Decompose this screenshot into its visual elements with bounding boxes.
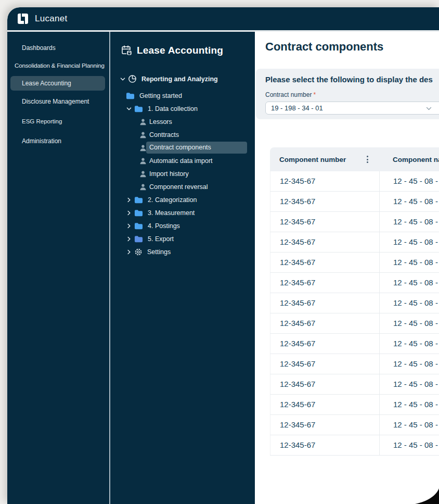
tree-panel: Lease Accounting Reporting and Analyzing xyxy=(110,32,255,504)
table-row[interactable]: 12-345-67 12 - 45 - 08 - xyxy=(270,171,439,192)
tree-item-label: 3. Measurement xyxy=(148,209,195,217)
sidebar-item-lease-accounting[interactable]: Lease Accounting xyxy=(10,76,105,91)
component-number-cell: 12-345-67 xyxy=(270,192,380,211)
person-icon xyxy=(139,157,147,165)
component-name-cell: 12 - 45 - 08 - xyxy=(380,313,439,333)
chevron-right-icon[interactable] xyxy=(126,210,132,216)
tree-item-categorization[interactable]: 2. Categorization xyxy=(110,193,255,206)
table-row[interactable]: 12-345-67 12 - 45 - 08 - xyxy=(270,354,439,374)
person-icon xyxy=(139,144,147,152)
table-row[interactable]: 12-345-67 12 - 45 - 08 - xyxy=(270,334,439,354)
table-row[interactable]: 12-345-67 12 - 45 - 08 - xyxy=(270,192,439,212)
table-row[interactable]: 12-345-67 12 - 45 - 08 - xyxy=(270,374,439,395)
tree-item-postings[interactable]: 4. Postings xyxy=(110,219,255,232)
component-name-cell: 12 - 45 - 08 - xyxy=(380,212,439,232)
column-header-component-name[interactable]: Component na xyxy=(379,147,439,171)
table-row[interactable]: 12-345-67 12 - 45 - 08 - xyxy=(270,313,439,334)
folder-icon xyxy=(134,209,143,217)
calendar-lock-icon xyxy=(121,44,133,56)
folder-icon xyxy=(134,235,143,243)
tree-item-automatic-data-import[interactable]: Automatic data import xyxy=(110,154,255,167)
field-label-text: Contract number xyxy=(265,91,312,98)
tree-item-contract-components[interactable]: Contract components xyxy=(110,141,255,154)
column-header-component-number[interactable]: Component number xyxy=(270,147,379,171)
person-icon xyxy=(139,131,147,138)
component-number-cell: 12-345-67 xyxy=(270,313,380,333)
component-number-cell: 12-345-67 xyxy=(270,334,380,354)
component-name-cell: 12 - 45 - 08 - xyxy=(380,395,439,414)
person-icon xyxy=(139,170,147,178)
chevron-down-icon[interactable] xyxy=(120,76,126,82)
tree-item-label: Lessors xyxy=(149,118,172,125)
table-header: Component number Component na xyxy=(270,147,439,171)
table-row[interactable]: 12-345-67 12 - 45 - 08 - xyxy=(270,273,439,293)
page-title: Contract components xyxy=(265,40,383,54)
component-number-cell: 12-345-67 xyxy=(270,293,380,313)
contract-number-select[interactable]: 19 - 198 - 34 - 01 xyxy=(265,102,439,115)
top-bar: Lucanet xyxy=(7,7,439,30)
chevron-right-icon[interactable] xyxy=(126,236,132,242)
chevron-down-icon xyxy=(425,105,432,112)
component-name-cell: 12 - 45 - 08 - xyxy=(380,354,439,374)
table-row[interactable]: 12-345-67 12 - 45 - 08 - xyxy=(270,293,439,313)
table-row[interactable]: 12-345-67 12 - 45 - 08 - xyxy=(270,395,439,415)
tree-item-label: Reporting and Analyzing xyxy=(141,75,218,83)
component-name-cell: 12 - 45 - 08 - xyxy=(380,374,439,394)
component-name-cell: 12 - 45 - 08 - xyxy=(380,435,439,455)
tree-item-getting-started[interactable]: Getting started xyxy=(110,89,255,102)
tree-item-label: 1. Data collection xyxy=(148,105,198,112)
component-number-cell: 12-345-67 xyxy=(270,435,380,455)
tree-item-reporting-and-analyzing[interactable]: Reporting and Analyzing xyxy=(110,72,255,85)
table-body: 12-345-67 12 - 45 - 08 - 12-345-67 12 - … xyxy=(270,171,439,456)
chevron-right-icon[interactable] xyxy=(126,197,132,203)
table-row[interactable]: 12-345-67 12 - 45 - 08 - xyxy=(270,435,439,456)
component-number-cell: 12-345-67 xyxy=(270,395,380,414)
tree-item-label: 4. Postings xyxy=(148,222,180,230)
kebab-menu-icon[interactable] xyxy=(366,154,369,165)
folder-icon xyxy=(126,92,135,99)
required-asterisk: * xyxy=(313,91,316,98)
sidebar-group-consolidation[interactable]: Consolidation & Financial Planning xyxy=(7,57,109,74)
filter-panel: Please select the following to display t… xyxy=(256,69,439,119)
tree-item-settings[interactable]: Settings xyxy=(110,245,255,258)
column-header-label: Component number xyxy=(279,156,346,163)
tree-item-import-history[interactable]: Import history xyxy=(110,167,255,180)
tree-item-component-reversal[interactable]: Component reversal xyxy=(110,180,255,193)
component-name-cell: 12 - 45 - 08 - xyxy=(380,171,439,191)
sidebar-item-dashboards[interactable]: Dashboards xyxy=(7,39,109,57)
table-row[interactable]: 12-345-67 12 - 45 - 08 - xyxy=(270,253,439,273)
chevron-right-icon[interactable] xyxy=(126,249,132,255)
tree-item-conttracts[interactable]: Conttracts xyxy=(110,128,255,141)
table-row[interactable]: 12-345-67 12 - 45 - 08 - xyxy=(270,415,439,435)
table-row[interactable]: 12-345-67 12 - 45 - 08 - xyxy=(270,232,439,253)
sidebar-item-administration[interactable]: Administration xyxy=(7,131,109,151)
sidebar-item-disclosure-management[interactable]: Disclosure Management xyxy=(7,92,109,111)
tree-item-label-selected: Contract components xyxy=(146,142,247,154)
component-number-cell: 12-345-67 xyxy=(270,171,380,191)
sidebar: Dashboards Consolidation & Financial Pla… xyxy=(7,32,109,504)
chevron-down-icon[interactable] xyxy=(126,106,132,112)
tree-item-measurement[interactable]: 3. Measurement xyxy=(110,206,255,219)
sidebar-item-esg-reporting[interactable]: ESG Reporting xyxy=(7,111,109,131)
chevron-right-icon[interactable] xyxy=(126,223,132,229)
lucanet-logo-icon xyxy=(16,12,30,26)
brand-name: Lucanet xyxy=(35,14,68,24)
component-name-cell: 12 - 45 - 08 - xyxy=(380,273,439,293)
tree-header: Lease Accounting xyxy=(121,44,223,56)
component-number-cell: 12-345-67 xyxy=(270,415,380,435)
component-number-cell: 12-345-67 xyxy=(270,354,380,374)
component-number-cell: 12-345-67 xyxy=(270,253,380,272)
tree-item-data-collection[interactable]: 1. Data collection xyxy=(110,102,255,115)
folder-icon xyxy=(134,222,143,230)
gear-icon xyxy=(134,248,143,256)
component-name-cell: 12 - 45 - 08 - xyxy=(380,232,439,252)
components-table: Component number Component na 12-345-67 … xyxy=(270,147,439,456)
table-row[interactable]: 12-345-67 12 - 45 - 08 - xyxy=(270,212,439,232)
component-number-cell: 12-345-67 xyxy=(270,374,380,394)
component-name-cell: 12 - 45 - 08 - xyxy=(380,293,439,313)
tree-item-export[interactable]: 5. Export xyxy=(110,232,255,245)
column-header-label: Component na xyxy=(393,156,439,163)
tree-item-label: Conttracts xyxy=(149,131,179,138)
tree-item-label: 2. Categorization xyxy=(148,196,197,204)
tree-item-lessors[interactable]: Lessors xyxy=(110,115,255,128)
